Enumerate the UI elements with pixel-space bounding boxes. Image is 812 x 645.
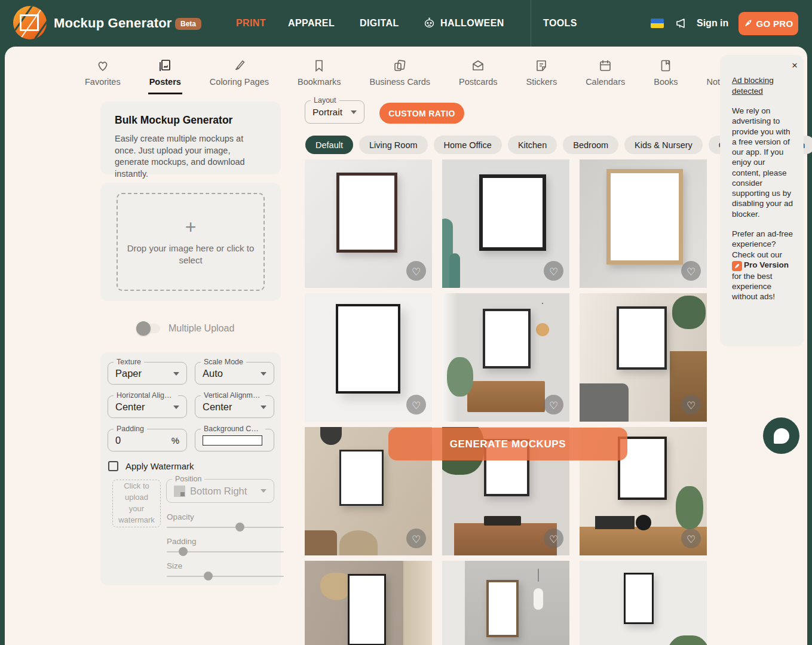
watermark-position-select[interactable]: Position Bottom Right	[166, 479, 274, 503]
ad-panel-title[interactable]: Ad blocking detected	[732, 75, 795, 96]
padding-input[interactable]: Padding 0 %	[108, 429, 187, 452]
poster-frame	[486, 580, 519, 637]
chat-widget-button[interactable]	[763, 417, 799, 454]
position-label: Position	[172, 475, 204, 483]
heart-icon: ♡	[687, 533, 695, 545]
sticker-icon	[534, 59, 549, 73]
upload-card: + Drop your image here or click to selec…	[100, 183, 281, 301]
background-color-field[interactable]: Background Color	[195, 429, 274, 452]
chip-kitchen[interactable]: Kitchen	[508, 136, 557, 154]
tab-postcards[interactable]: Postcards	[458, 54, 498, 94]
mockup-card[interactable]: ♡	[305, 159, 432, 288]
chevron-down-icon	[173, 372, 179, 376]
scale-mode-select[interactable]: Scale Mode Auto	[195, 362, 274, 385]
mockup-card[interactable]: ♡	[580, 561, 707, 645]
multiple-upload-toggle[interactable]	[137, 324, 160, 333]
envelope-icon	[471, 59, 485, 73]
scale-mode-label: Scale Mode	[201, 358, 246, 366]
curtain-decor	[403, 561, 432, 645]
flag-yellow-stripe	[651, 23, 664, 28]
tab-stickers[interactable]: Stickers	[525, 54, 559, 94]
chip-kids-nursery[interactable]: Kids & Nursery	[624, 136, 703, 154]
apply-watermark-checkbox[interactable]	[108, 461, 118, 471]
megaphone-icon[interactable]	[675, 16, 689, 33]
favorite-button[interactable]: ♡	[544, 395, 563, 414]
favorite-button[interactable]: ♡	[681, 529, 701, 548]
lamp-decor	[320, 427, 342, 445]
content-card: Favorites Posters Coloring Pages Bookmar…	[5, 47, 807, 645]
dropzone-label: Drop your image here or click to select	[122, 242, 259, 267]
favorite-button[interactable]: ♡	[681, 395, 701, 414]
apply-watermark-row[interactable]: Apply Watermark	[108, 461, 194, 471]
ukraine-flag-language-switch[interactable]	[651, 19, 664, 28]
chip-living-room[interactable]: Living Room	[359, 136, 428, 154]
opacity-slider-knob[interactable]	[235, 523, 244, 532]
poster-frame	[624, 573, 654, 624]
layout-select[interactable]: Layout Portrait	[305, 100, 364, 124]
chip-default[interactable]: Default	[305, 136, 353, 154]
mockup-card[interactable]: ♡	[305, 561, 432, 645]
watermark-padding-label: Padding	[167, 537, 284, 546]
favorite-button[interactable]: ♡	[406, 395, 426, 414]
tab-bookmarks[interactable]: Bookmarks	[296, 54, 342, 94]
custom-ratio-button[interactable]: CUSTOM RATIO	[379, 103, 464, 124]
size-slider-group: Size	[167, 561, 284, 577]
tab-books[interactable]: Books	[652, 54, 679, 94]
ad-panel-paragraph-1: We rely on advertising to provide you wi…	[732, 106, 795, 219]
color-swatch[interactable]	[203, 435, 262, 446]
mockup-card[interactable]: ♡	[580, 159, 707, 288]
tab-posters[interactable]: Posters	[148, 54, 182, 94]
image-dropzone[interactable]: + Drop your image here or click to selec…	[117, 193, 265, 291]
go-pro-button[interactable]: GO PRO	[739, 12, 798, 35]
tab-calendars[interactable]: Calendars	[584, 54, 626, 94]
watermark-padding-slider-knob[interactable]	[179, 547, 188, 556]
chevron-down-icon	[261, 406, 266, 409]
pendant-lamp-decor	[534, 588, 543, 610]
mockup-card[interactable]: ♡	[442, 293, 569, 422]
nav-print[interactable]: PRINT	[236, 0, 266, 47]
favorite-button[interactable]: ♡	[544, 261, 563, 281]
mockup-card[interactable]: ♡	[305, 293, 432, 422]
sign-in-button[interactable]: Sign in	[697, 18, 728, 29]
tab-coloring-pages[interactable]: Coloring Pages	[209, 54, 270, 94]
horizontal-alignment-value: Center	[115, 401, 145, 413]
watermark-upload-box[interactable]: Click to upload your watermark	[112, 480, 161, 527]
favorite-button[interactable]: ♡	[406, 529, 426, 548]
mockup-card[interactable]: ♡	[442, 561, 569, 645]
pro-version-link[interactable]: Pro Version	[744, 260, 789, 269]
sidebar-title: Bulk Mockup Generator	[115, 114, 266, 127]
size-label: Size	[167, 561, 284, 570]
app-logo[interactable]	[13, 6, 47, 39]
poster-frame	[483, 309, 531, 368]
close-icon[interactable]: ×	[792, 60, 798, 72]
dried-plant-decor	[339, 530, 378, 555]
mockup-card[interactable]: ♡	[580, 293, 707, 422]
opacity-label: Opacity	[167, 512, 284, 521]
favorite-button[interactable]: ♡	[406, 261, 426, 281]
horizontal-alignment-select[interactable]: Horizontal Alignment Center	[108, 395, 187, 418]
texture-select[interactable]: Texture Paper	[108, 362, 187, 385]
tab-business-cards[interactable]: Business Cards	[369, 54, 432, 94]
chip-bedroom[interactable]: Bedroom	[563, 136, 618, 154]
favorite-button[interactable]: ♡	[544, 529, 563, 548]
vertical-alignment-select[interactable]: Vertical Alignment Center	[195, 395, 274, 418]
size-slider-knob[interactable]	[204, 572, 213, 580]
plant-decor	[666, 635, 707, 645]
layout-label: Layout	[311, 96, 339, 105]
plant-decor	[447, 357, 473, 397]
watermark-padding-slider[interactable]	[167, 551, 284, 552]
opacity-slider[interactable]	[167, 527, 284, 528]
nav-tools[interactable]: TOOLS	[543, 0, 577, 47]
nav-divider	[531, 0, 531, 47]
tab-favorites[interactable]: Favorites	[84, 54, 122, 94]
chip-home-office[interactable]: Home Office	[434, 136, 502, 154]
nav-apparel[interactable]: APPAREL	[288, 0, 335, 47]
nav-digital[interactable]: DIGITAL	[360, 0, 399, 47]
heart-icon: ♡	[687, 400, 695, 411]
record-cabinet-decor	[454, 523, 557, 555]
size-slider[interactable]	[167, 576, 284, 577]
favorite-button[interactable]: ♡	[681, 261, 701, 281]
mockup-card[interactable]: ♡	[442, 159, 569, 288]
generate-mockups-button[interactable]: GENERATE MOCKUPS	[388, 428, 627, 460]
nav-halloween[interactable]: HALLOWEEN	[423, 0, 504, 47]
